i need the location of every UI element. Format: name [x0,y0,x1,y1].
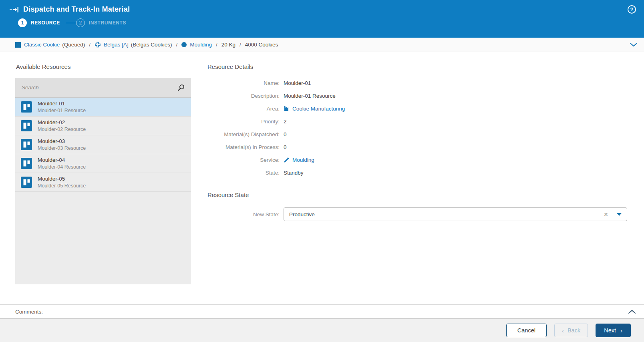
comments-collapse-chevron-up-icon[interactable] [628,309,636,314]
field-value-state: Standby [284,170,304,176]
resource-description: Moulder-03 Resource [38,145,86,151]
breadcrumb-expand-chevron-down-icon[interactable] [630,42,638,47]
breadcrumb-flow-link[interactable]: Belgas [A] [104,42,129,48]
step-2-circle[interactable]: 2 [76,18,85,27]
page-title: Dispatch and Track-In Material [23,5,130,14]
comments-label: Comments: [15,309,43,315]
top-header-bar: Dispatch and Track-In Material ? 1 RESOU… [0,0,644,38]
field-label-materials-in-process: Material(s) In Process: [207,144,280,150]
resource-details-fields: Name: Moulder-01 Description: Moulder-01… [207,78,345,181]
material-square-icon [15,42,21,48]
resource-name: Moulder-01 [38,100,86,107]
resource-description: Moulder-05 Resource [38,183,86,189]
help-icon[interactable]: ? [628,5,636,14]
main-content: Available Resources Moulder-01 M [0,52,644,304]
field-label-name: Name: [207,80,280,86]
breadcrumb-material-link[interactable]: Classic Cookie [24,42,60,48]
resource-description: Moulder-02 Resource [38,126,86,133]
chevron-down-icon[interactable] [617,213,622,216]
resource-list-item[interactable]: Moulder-01 Moulder-01 Resource [15,98,191,117]
next-button-label: Next [604,327,616,334]
back-button-label: Back [568,327,580,334]
new-state-label: New State: [207,211,280,217]
service-link[interactable]: Moulding [284,157,314,163]
field-label-state: State: [207,170,280,176]
field-label-service: Service: [207,157,280,163]
back-button[interactable]: ‹ Back [554,324,588,337]
field-value-materials-dispatched: 0 [284,131,287,137]
cancel-button[interactable]: Cancel [506,324,547,337]
resource-name: Moulder-03 [38,138,86,145]
flow-icon [95,42,101,48]
breadcrumb-separator: / [239,42,241,48]
field-label-description: Description: [207,93,280,99]
field-value-description: Moulder-01 Resource [284,93,336,99]
breadcrumb-quantity-secondary: 4000 Cookies [245,42,278,48]
resource-list-item[interactable]: Moulder-04 Moulder-04 Resource [15,154,191,173]
breadcrumb: Classic Cookie (Queued) / Belgas [A] (Be… [0,38,644,52]
resource-state-heading: Resource State [207,191,249,198]
step-1-label: RESOURCE [31,20,60,26]
breadcrumb-material-state: (Queued) [62,42,85,48]
breadcrumb-separator: / [216,42,217,48]
resource-name: Moulder-02 [38,119,86,126]
available-resources-heading: Available Resources [16,63,70,70]
factory-icon [284,105,290,112]
resource-icon [21,120,32,131]
resource-name: Moulder-05 [38,175,86,183]
chevron-left-icon: ‹ [562,327,564,334]
dispatch-track-in-icon [10,6,19,13]
resource-details-heading: Resource Details [207,63,253,70]
search-input[interactable] [22,84,173,91]
search-icon[interactable] [177,84,185,91]
comments-bar: Comments: [0,304,644,319]
field-label-area: Area: [207,106,280,112]
resource-name: Moulder-04 [38,157,86,164]
clear-icon[interactable]: × [604,211,608,218]
field-value-materials-in-process: 0 [284,144,287,150]
field-value-name: Moulder-01 [284,80,311,86]
next-button[interactable]: Next › [596,324,631,337]
new-state-value: Productive [289,211,604,217]
resource-list-item[interactable]: Moulder-02 Moulder-02 Resource [15,117,191,135]
step-dot-icon [181,42,187,47]
step-2-label: INSTRUMENTS [89,20,126,26]
breadcrumb-quantity: 20 Kg [221,42,235,48]
field-value-priority: 2 [284,119,287,125]
field-label-materials-dispatched: Material(s) Dispatched: [207,131,280,137]
footer-action-bar: Cancel ‹ Back Next › [0,319,644,342]
resource-description: Moulder-04 Resource [38,164,86,170]
step-connector-line [66,23,76,23]
breadcrumb-separator: / [89,42,91,48]
resource-icon [21,139,32,150]
resource-description: Moulder-01 Resource [38,107,86,114]
breadcrumb-step-link[interactable]: Moulding [190,42,212,48]
area-link-text: Cookie Manufacturing [292,106,345,112]
resource-icon [21,177,32,188]
resource-icon [21,101,32,113]
wizard-steps: 1 RESOURCE 2 INSTRUMENTS [18,18,644,27]
resource-search-row [15,78,191,98]
step-1-circle[interactable]: 1 [18,18,27,27]
resource-list-item[interactable]: Moulder-03 Moulder-03 Resource [15,135,191,154]
new-state-dropdown[interactable]: Productive × [284,207,627,221]
resource-icon [21,158,32,169]
field-label-priority: Priority: [207,119,280,125]
area-link[interactable]: Cookie Manufacturing [284,105,345,112]
resource-list-panel: Moulder-01 Moulder-01 Resource Moulder-0… [15,78,191,284]
breadcrumb-flow-desc: (Belgas Cookies) [131,42,172,48]
breadcrumb-separator: / [176,42,177,48]
service-link-text: Moulding [292,157,314,163]
service-tool-icon [284,157,290,163]
chevron-right-icon: › [620,327,622,334]
resource-list-item[interactable]: Moulder-05 Moulder-05 Resource [15,173,191,192]
